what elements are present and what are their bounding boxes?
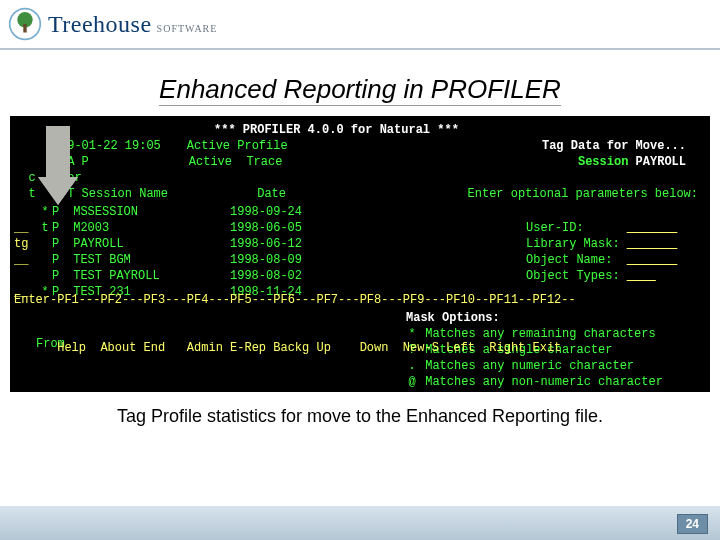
fkeys-line1[interactable]: Enter-PF1---PF2---PF3---PF4---PF5---PF6-… <box>14 292 706 308</box>
active-trace-label: Active Trace <box>189 154 283 170</box>
screen-title: Tag Data for Move... <box>542 138 686 154</box>
slide-title: Enhanced Reporting in PROFILER <box>159 74 561 106</box>
tree-logo-icon <box>8 7 42 41</box>
function-keys[interactable]: Enter-PF1---PF2---PF3---PF4---PF5---PF6-… <box>14 252 706 388</box>
page-number: 24 <box>677 514 708 534</box>
col-session-name: Session Name <box>82 186 232 202</box>
terminal-screen: *** PROFILER 4.0.0 for Natural *** 99-01… <box>10 116 710 392</box>
fkeys-line2[interactable]: Help About End Admin E-Rep Backg Up Down… <box>14 340 706 356</box>
callout-arrow-icon <box>38 126 78 208</box>
brand-main: Treehouse <box>48 11 152 38</box>
footer-bar: 24 <box>0 506 720 540</box>
active-profile-label: Active Profile <box>187 138 288 154</box>
slide-caption: Tag Profile statistics for move to the E… <box>0 406 720 427</box>
right-prompt: Enter optional parameters below: <box>468 186 698 202</box>
session-value: PAYROLL <box>636 154 686 170</box>
table-row[interactable]: tg P PAYROLL1998-06-12Library Mask: ____… <box>14 236 706 252</box>
brand-sub: SOFTWARE <box>154 23 218 36</box>
app-banner: *** PROFILER 4.0.0 for Natural *** <box>214 122 459 138</box>
brand-header: Treehouse SOFTWARE <box>0 0 720 50</box>
col-date: Date <box>232 186 312 202</box>
svg-rect-2 <box>23 24 26 33</box>
table-row[interactable]: *P MSSESSION1998-09-24 <box>14 204 706 220</box>
session-label: Session <box>578 154 628 170</box>
table-row[interactable]: __tP M20031998-06-05User-ID: _______ <box>14 220 706 236</box>
